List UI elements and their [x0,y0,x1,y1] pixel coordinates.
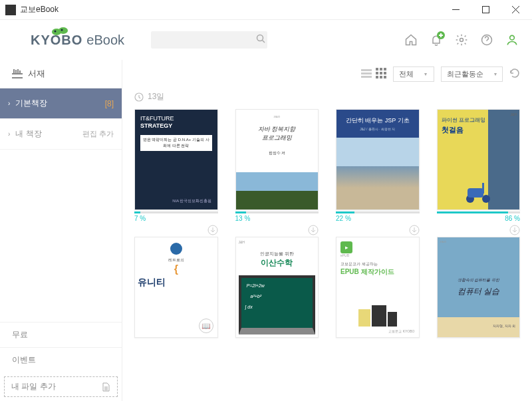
app-header: KYOBO eBook [0,20,532,60]
sidebar-title: 서재 [28,68,45,80]
sidebar-free[interactable]: 무료 [0,322,122,347]
filter-dropdown[interactable]: 전체 ▾ [393,67,434,82]
view-grid-button[interactable] [376,68,386,81]
book-cover: ▸ePUB 교보문고가 제공하는 EPUB 제작가이드 교보문고 KYOBO [336,237,420,338]
svg-rect-16 [361,72,372,74]
chevron-right-icon: › [8,130,10,138]
svg-rect-19 [380,68,382,70]
svg-rect-14 [19,70,21,73]
svg-rect-31 [482,183,484,194]
book-cover: J&H 생활속의 컴퓨터를 위한 컴퓨터 실습 저자명, 저자 외 [437,237,521,338]
download-icon[interactable] [409,225,420,238]
shelf-my[interactable]: › 내 책장 편집 추가 [0,119,122,150]
book-item[interactable]: 레트로의 { 유니티 } 게임 프로그래밍 에센스 ✱·C# C#으로 배우며 … [134,237,218,338]
book-item[interactable]: IT&FUTURESTRATEGY 영은 역량이되는 곧 D.N.A+ 기술의 … [134,109,218,222]
svg-rect-11 [13,69,15,73]
clock-icon [134,92,144,102]
book-item[interactable]: 파이썬 프로그래밍 첫걸음 J&H 86 % [437,109,521,222]
book-item[interactable]: 간단히 배우는 JSP 기초J&J / 출판사 · 최종현 저 22 % [336,109,420,222]
svg-rect-22 [380,72,382,74]
book-type-badge: 📖 [199,319,213,333]
search-input[interactable] [156,35,256,45]
svg-rect-0 [483,7,489,13]
svg-point-6 [460,39,464,42]
book-cover: J&H 인공지능을 위한이산수학 P=2l+2wa²+b²∫ dx [235,237,319,338]
window-title: 교보eBook [20,4,441,15]
search-icon[interactable] [256,34,265,46]
svg-rect-13 [17,69,19,73]
book-cover: 레트로의 { 유니티 } 게임 프로그래밍 에센스 ✱·C# C#으로 배우며 … [134,237,218,338]
sidebar-event[interactable]: 이벤트 [0,347,122,372]
download-icon[interactable] [308,225,319,238]
minimize-button[interactable] [441,1,471,19]
app-logo: KYOBO eBook [13,33,124,48]
view-list-button[interactable] [361,68,372,81]
content-toolbar: 전체 ▾ 최근활동순 ▾ [134,67,520,82]
add-file-button[interactable]: 내 파일 추가 [4,376,118,397]
svg-point-5 [257,35,263,41]
svg-rect-10 [12,77,23,78]
settings-button[interactable] [455,33,468,47]
close-button[interactable] [501,1,531,19]
file-icon [101,382,110,392]
add-file-label: 내 파일 추가 [11,381,56,392]
svg-point-8 [510,35,515,40]
book-item[interactable]: J&H자바 정복지향프로그래밍한정수 저 13 % [235,109,319,222]
svg-rect-15 [361,69,372,71]
chevron-down-icon: ▾ [494,71,497,77]
svg-point-4 [61,29,63,31]
refresh-button[interactable] [509,68,520,81]
sort-dropdown[interactable]: 최근활동순 ▾ [441,67,503,82]
book-cover: J&H자바 정복지향프로그래밍한정수 저 [235,109,319,210]
book-item[interactable]: J&H 인공지능을 위한이산수학 P=2l+2wa²+b²∫ dx [235,237,319,338]
svg-rect-24 [376,76,378,78]
shelf-default[interactable]: › 기본책장 [8] [0,88,122,119]
book-progress-label: 86 % [437,215,521,222]
content-area: 전체 ▾ 최근활동순 ▾ 13일 IT&FUTURESTRATEGY 영은 역량… [122,60,532,401]
filter-value: 전체 [399,69,414,79]
svg-rect-30 [467,188,483,198]
svg-point-2 [59,27,68,34]
svg-rect-20 [384,68,386,70]
profile-button[interactable] [505,33,519,47]
svg-rect-26 [384,76,386,78]
download-icon[interactable] [509,225,520,238]
section-header: 13일 [134,91,520,102]
svg-rect-9 [12,73,23,74]
book-progress-label: 13 % [235,215,319,222]
svg-rect-17 [361,76,372,78]
shelf-count: [8] [105,99,114,108]
svg-rect-21 [376,72,378,74]
svg-rect-23 [384,72,386,74]
sidebar: 서재 › 기본책장 [8] › 내 책장 편집 추가 무료 이벤트 내 파일 추… [0,60,122,401]
notifications-button[interactable] [430,33,443,47]
sort-value: 최근활동순 [447,69,483,79]
svg-point-29 [482,195,490,203]
book-cover: IT&FUTURESTRATEGY 영은 역량이되는 곧 D.N.A+ 기술의 … [134,109,218,210]
library-icon [12,69,23,78]
svg-point-3 [55,30,57,32]
chevron-right-icon: › [8,100,10,107]
logo-leaf-icon [52,24,68,36]
logo-suffix: eBook [86,33,124,48]
chevron-down-icon: ▾ [424,71,427,77]
sidebar-header: 서재 [0,60,122,88]
book-progress-label: 7 % [134,215,218,222]
book-item[interactable]: ▸ePUB 교보문고가 제공하는 EPUB 제작가이드 교보문고 KYOBO [336,237,420,338]
book-item[interactable]: J&H 생활속의 컴퓨터를 위한 컴퓨터 실습 저자명, 저자 외 [437,237,521,338]
maximize-button[interactable] [471,1,501,19]
window-titlebar: 교보eBook [0,0,532,20]
scooter-icon [464,179,493,204]
shelf-actions[interactable]: 편집 추가 [82,129,114,139]
book-progress-label: 22 % [336,215,420,222]
home-button[interactable] [404,33,418,47]
download-icon[interactable] [207,225,218,238]
shelf-label: 기본책장 [15,98,102,109]
shelf-label: 내 책장 [15,128,82,140]
book-cover: 간단히 배우는 JSP 기초J&J / 출판사 · 최종현 저 [336,109,420,210]
help-button[interactable] [480,33,493,47]
notification-badge [437,31,445,39]
search-box[interactable] [151,31,267,49]
svg-rect-12 [15,70,17,73]
section-label: 13일 [148,91,164,102]
